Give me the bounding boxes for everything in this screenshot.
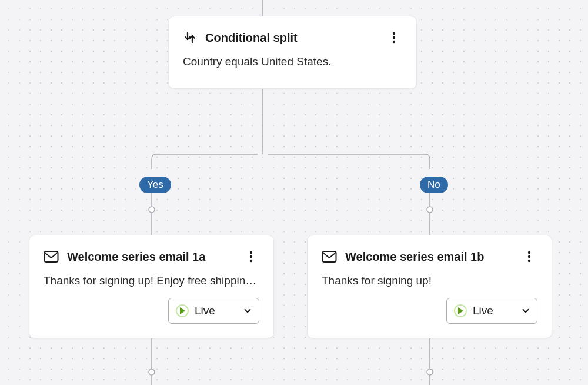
- conditional-split-card[interactable]: Conditional split Country equals United …: [168, 16, 417, 89]
- status-dropdown[interactable]: Live: [446, 298, 537, 324]
- card-description: Country equals United States.: [183, 55, 402, 68]
- play-icon: [454, 304, 467, 317]
- svg-point-13: [528, 255, 530, 258]
- svg-point-1: [427, 207, 433, 213]
- chevron-down-icon: [520, 306, 531, 316]
- more-menu-button[interactable]: [386, 29, 402, 46]
- svg-point-4: [393, 32, 395, 35]
- svg-point-8: [250, 251, 252, 254]
- play-icon: [176, 304, 189, 317]
- split-icon: [183, 31, 197, 45]
- svg-point-14: [528, 260, 530, 262]
- card-header: Welcome series email 1a: [44, 248, 259, 265]
- status-label: Live: [473, 304, 514, 317]
- svg-point-9: [250, 255, 252, 258]
- svg-point-6: [393, 41, 395, 43]
- email-card-1a[interactable]: Welcome series email 1a Thanks for signi…: [29, 235, 274, 338]
- status-dropdown[interactable]: Live: [168, 298, 259, 324]
- status-label: Live: [195, 304, 236, 317]
- card-description: Thanks for signing up! Enjoy free shippi…: [44, 274, 259, 287]
- card-title: Conditional split: [205, 31, 377, 45]
- svg-rect-7: [45, 251, 58, 262]
- chevron-down-icon: [242, 306, 253, 316]
- card-header: Conditional split: [183, 29, 402, 46]
- email-icon: [44, 250, 59, 263]
- svg-rect-11: [323, 251, 336, 262]
- card-title: Welcome series email 1a: [67, 250, 235, 264]
- svg-point-3: [427, 369, 433, 375]
- svg-point-0: [149, 207, 155, 213]
- card-description: Thanks for signing up!: [322, 274, 537, 287]
- svg-point-12: [528, 251, 530, 254]
- card-title: Welcome series email 1b: [345, 250, 513, 264]
- svg-point-5: [393, 36, 395, 39]
- card-header: Welcome series email 1b: [322, 248, 537, 265]
- more-menu-button[interactable]: [243, 248, 259, 265]
- more-menu-button[interactable]: [521, 248, 537, 265]
- email-card-1b[interactable]: Welcome series email 1b Thanks for signi…: [307, 235, 552, 338]
- branch-label-no: No: [420, 177, 448, 193]
- email-icon: [322, 250, 337, 263]
- svg-point-2: [149, 369, 155, 375]
- svg-point-10: [250, 260, 252, 262]
- branch-label-yes: Yes: [139, 177, 171, 193]
